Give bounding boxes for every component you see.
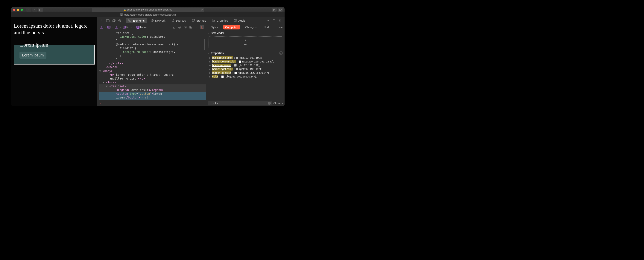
sidebar-tab-changes[interactable]: Changes — [243, 25, 258, 30]
computed-property[interactable]: ▶border-left-color: rgb(192, 192, 192); — [206, 63, 284, 67]
page-form: Lorem ipsum Lorem ipsum — [14, 42, 95, 65]
elements-panel: E›E›E›Efiel…›Ebutton fieldset — [97, 24, 206, 106]
settings-gear-icon[interactable]: ⚙ — [278, 18, 283, 23]
devtools-tab-storage[interactable]: Storage — [189, 18, 209, 23]
svg-rect-0 — [40, 9, 42, 11]
box-model-section[interactable]: ▼ Box Model — [206, 30, 284, 36]
paint-icon[interactable] — [194, 25, 199, 29]
property-value: rgba(255, 255, 255, 0.847); — [242, 60, 274, 63]
print-icon[interactable] — [177, 25, 182, 29]
devtools-tab-audit[interactable]: Audit — [231, 18, 247, 23]
minimize-window-button[interactable] — [17, 9, 19, 11]
dom-line[interactable]: <button type="button">Lorem — [99, 92, 206, 96]
search-icon[interactable] — [272, 18, 277, 23]
close-devtools-button[interactable]: ✕ — [99, 18, 104, 23]
scrollbar[interactable] — [204, 39, 205, 50]
tab-title[interactable]: https://color-scheme-prefers-color-schem… — [124, 14, 176, 16]
sidebar-tab-computed[interactable]: Computed — [223, 25, 240, 30]
devtools-tab-network[interactable]: Network — [148, 18, 168, 23]
browser-window: ‹ › 🔒 color-scheme-prefers-color-scheme.… — [11, 7, 284, 106]
new-tab-button[interactable]: + — [282, 13, 283, 17]
dom-line[interactable]: <p> Lorem ipsum dolor sit amet, legere — [99, 73, 206, 77]
devtools-tab-graphics[interactable]: Graphics — [210, 18, 230, 23]
forward-button[interactable]: › — [32, 8, 37, 12]
breadcrumb-item[interactable]: E — [114, 25, 119, 29]
reload-button[interactable]: ⟳ — [201, 9, 202, 11]
dom-line[interactable]: ancillae ne vis. </p> — [99, 77, 206, 80]
page-content: Lorem ipsum dolor sit amet, legere ancil… — [11, 17, 97, 106]
sidebar-toggle-button[interactable] — [38, 8, 43, 12]
dom-line[interactable]: } — [99, 54, 206, 58]
dom-line[interactable]: ▼ <fieldset> — [99, 84, 206, 88]
dom-line[interactable]: fieldset { — [99, 31, 206, 35]
dom-line[interactable]: </style> — [99, 62, 206, 65]
property-name: color — [212, 75, 218, 78]
classes-toggle[interactable]: Classes — [273, 102, 283, 105]
dom-line[interactable]: background-color: darkslategray; — [99, 50, 206, 54]
dom-line[interactable]: ▼ <body> — [99, 69, 206, 73]
color-swatch[interactable] — [236, 57, 238, 59]
color-swatch[interactable] — [234, 72, 237, 74]
dom-line[interactable]: } — [99, 58, 206, 62]
properties-section[interactable]: ▼ Properties ≡ — [206, 50, 284, 56]
page-button[interactable]: Lorem ipsum — [20, 52, 46, 59]
tab-bar: C https://color-scheme-prefers-color-sch… — [11, 12, 284, 17]
devtools-toolbar: ✕ ElementsNetworkSourcesStorageGraphicsA… — [97, 17, 284, 24]
overflow-icon[interactable]: » — [266, 18, 271, 23]
sidebar-tab-node[interactable]: Node — [262, 25, 272, 30]
color-swatch[interactable] — [221, 75, 224, 78]
clear-filter-button[interactable]: ✕ — [268, 102, 271, 105]
property-value: rgba(255, 255, 255, 0.847); — [238, 71, 270, 74]
dom-line[interactable]: ▼ <form> — [99, 80, 206, 84]
property-value: rgba(255, 255, 255, 0.847); — [225, 75, 257, 78]
box-model-diagram[interactable]: 2 — — [208, 36, 282, 48]
dom-line[interactable]: </head> — [99, 65, 206, 69]
zoom-window-button[interactable] — [20, 9, 23, 11]
close-window-button[interactable] — [13, 9, 15, 11]
color-swatch[interactable] — [236, 68, 238, 70]
element-picker-icon[interactable] — [117, 18, 122, 23]
filter-input[interactable] — [208, 101, 272, 105]
dom-line[interactable]: background-color: gainsboro; — [99, 35, 206, 39]
computed-property[interactable]: ▶border-top-color: rgba(255, 255, 255, 0… — [206, 71, 284, 75]
dom-line[interactable]: fieldset { — [99, 46, 206, 50]
dock-popout-icon[interactable] — [111, 18, 116, 23]
svg-rect-32 — [191, 27, 192, 28]
breadcrumb-item[interactable]: Efiel… — [122, 25, 133, 29]
computed-property[interactable]: ▶border-bottom-color: rgba(255, 255, 255… — [206, 60, 284, 63]
svg-rect-18 — [234, 20, 237, 21]
sidebar-tab-layers[interactable]: Layers — [276, 25, 284, 30]
favicon: C — [120, 13, 123, 16]
dock-bottom-icon[interactable] — [105, 18, 110, 23]
device-icon[interactable] — [183, 25, 188, 29]
computed-property[interactable]: ▶color: rgba(255, 255, 255, 0.847); — [206, 75, 284, 78]
elements-icon — [128, 19, 132, 22]
audit-icon — [234, 19, 237, 22]
computed-property[interactable]: ▶background-color: rgb(192, 192, 192); — [206, 56, 284, 60]
dom-line[interactable]: <legend>Lorem ipsum</legend> — [99, 88, 206, 92]
back-button[interactable]: ‹ — [26, 8, 31, 12]
sidebar-tab-styles[interactable]: Styles — [208, 25, 220, 30]
color-swatch[interactable] — [239, 60, 241, 63]
dom-line[interactable]: ipsum</button> = $0 — [99, 96, 206, 99]
devtools-tab-elements[interactable]: Elements — [126, 18, 147, 23]
page-paragraph: Lorem ipsum dolor sit amet, legere ancil… — [14, 23, 95, 36]
filter-icon[interactable]: ≡ — [279, 51, 283, 55]
share-button[interactable] — [272, 8, 277, 12]
dom-tree[interactable]: fieldset { background-color: gainsboro; … — [97, 30, 206, 101]
console-prompt[interactable]: ❯ — [97, 101, 206, 106]
compositing-icon[interactable] — [200, 25, 204, 29]
devtools-tab-sources[interactable]: Sources — [169, 18, 188, 23]
dom-line[interactable]: } — [99, 39, 206, 43]
address-bar[interactable]: 🔒 color-scheme-prefers-color-scheme.glit… — [92, 8, 204, 12]
color-swatch[interactable] — [234, 64, 237, 67]
computed-property[interactable]: ▶border-right-color: rgb(192, 192, 192); — [206, 67, 284, 71]
dom-line[interactable]: @media (prefers-color-scheme: dark) { — [99, 43, 206, 46]
breadcrumb-item[interactable]: E — [99, 25, 104, 29]
disclosure-triangle-icon: ▼ — [208, 52, 210, 54]
breadcrumb-item[interactable]: E — [106, 25, 112, 29]
grid-icon[interactable] — [188, 25, 193, 29]
layout-tree-icon[interactable] — [172, 25, 176, 29]
breadcrumb-item[interactable]: Ebutton — [135, 25, 148, 29]
tabs-button[interactable] — [278, 8, 283, 12]
